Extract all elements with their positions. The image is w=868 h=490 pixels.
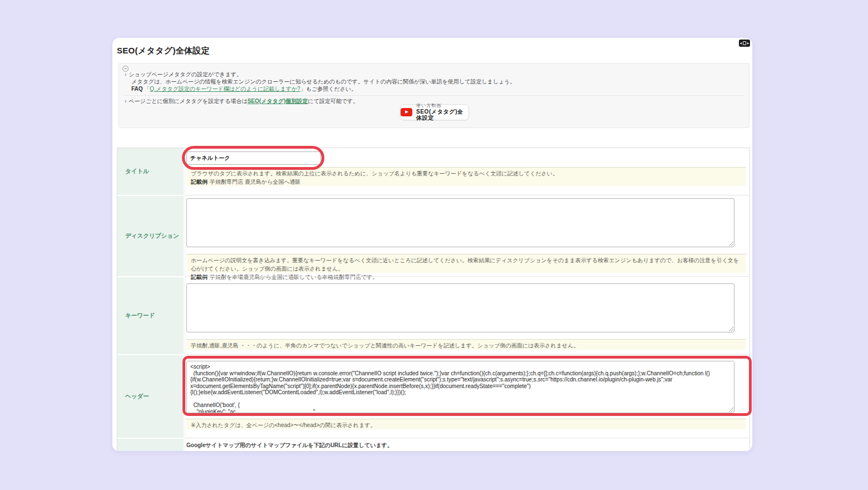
title-label-cell: タイトル — [117, 148, 185, 195]
keyword-textarea[interactable] — [186, 283, 734, 332]
info-bullet-2: ›ページごとに個別にメタタグを設定する場合はSEO(メタタグ)個別設定にて設定可… — [125, 97, 358, 105]
title-help-text: ブラウザのタブに表示されます。検索結果の上位に表示されるために、ショップ名よりも… — [191, 169, 741, 178]
table-row-header: ヘッダー <script> (function(){var w=window;i… — [117, 354, 749, 438]
info-line-2: メタタグは、ホームページの情報を検索エンジンのクローラーに知らせるためのものです… — [131, 78, 516, 85]
youtube-icon — [401, 108, 412, 116]
chevron-right-icon: › — [125, 71, 126, 77]
keyword-help-text: 芋焼酎,通販,鹿児島 ・・・のように、半角のカンマでつないでショップと関連性の高… — [191, 341, 741, 350]
header-label: ヘッダー — [125, 393, 149, 400]
description-label: ディスクリプション — [125, 232, 179, 240]
header-script-textarea[interactable]: <script> (function(){var w=window;if(w.C… — [186, 361, 734, 413]
table-row-sitemap: Googleサイトマップ用のサイトマップファイルを下記のURLに設置しています。 — [117, 438, 749, 451]
title-label: タイトル — [125, 168, 149, 175]
keyword-help: 芋焼酎,通販,鹿児島 ・・・のように、半角のカンマでつないでショップと関連性の高… — [186, 339, 746, 350]
description-label-cell: ディスクリプション — [117, 195, 185, 276]
window-square-icon — [743, 41, 746, 45]
faq-suffix: 」もご参照ください。 — [300, 86, 357, 92]
info-box: ›ショップページメタタグの設定ができます。 メタタグは、ホームページの情報を検索… — [119, 63, 749, 128]
sitemap-text: Googleサイトマップ用のサイトマップファイルを下記のURLに設置しています。 — [186, 440, 747, 449]
page-title: SEO(メタタグ)全体設定 — [117, 46, 210, 56]
header-label-cell: ヘッダー — [117, 354, 185, 438]
chevron-right-icon: › — [125, 98, 126, 104]
video-button-main-label: SEO(メタタグ)全体設定 — [416, 109, 468, 121]
info-divider — [124, 95, 744, 96]
keyword-label-cell: キーワード — [117, 276, 185, 354]
bullet2-suffix: にて設定可能です。 — [308, 98, 358, 104]
faq-label: FAQ — [131, 86, 143, 92]
table-row-description: ディスクリプション ホームページの説明文を書き込みます。重要なキーワードをなるべ… — [117, 195, 749, 276]
pip-badge-icon[interactable] — [739, 40, 750, 47]
info-bullet-1: ›ショップページメタタグの設定ができます。 — [125, 71, 242, 78]
individual-settings-link[interactable]: SEO(メタタグ)個別設定 — [248, 98, 308, 104]
arrow-right-icon — [747, 42, 749, 45]
settings-panel: SEO(メタタグ)全体設定 ›ショップページメタタグの設定ができます。 メタタグ… — [112, 38, 752, 451]
info-bullet-1-text: ショップページメタタグの設定ができます。 — [129, 71, 242, 77]
header-help-text: ※入力されたタグは、全ページの<head>〜</head>の間に表示されます。 — [191, 421, 741, 429]
example-label: 記載例 — [191, 179, 208, 185]
arrow-left-icon — [740, 42, 742, 45]
description-help-text: ホームページの説明文を書き込みます。重要なキーワードをなるべく文頭に近いところに… — [191, 256, 741, 273]
keyword-label: キーワード — [125, 312, 155, 320]
header-help: ※入力されたタグは、全ページの<head>〜</head>の間に表示されます。 — [186, 419, 746, 429]
description-textarea[interactable] — [186, 198, 734, 247]
title-input[interactable] — [186, 151, 321, 165]
faq-prefix: 「 — [144, 86, 150, 92]
seo-settings-table: タイトル ブラウザのタブに表示されます。検索結果の上位に表示されるために、ショッ… — [117, 148, 750, 451]
page-background: { "page": { "title": "SEO(メタタグ)全体設定", "b… — [0, 0, 868, 490]
info-faq-line: FAQ 「Q.メタタグ設定のキーワード欄はどのように記載しますか?」もご参照くだ… — [131, 85, 357, 92]
description-help: ホームページの説明文を書き込みます。重要なキーワードをなるべく文頭に近いところに… — [186, 254, 746, 273]
title-help: ブラウザのタブに表示されます。検索結果の上位に表示されるために、ショップ名よりも… — [186, 167, 746, 186]
faq-link[interactable]: Q.メタタグ設定のキーワード欄はどのように記載しますか? — [150, 86, 300, 92]
table-row-keyword: キーワード 芋焼酎,通販,鹿児島 ・・・のように、半角のカンマでつないでショップ… — [117, 276, 749, 354]
title-example: 芋焼酎専門店 鹿児島から全国へ通販 — [210, 179, 300, 185]
video-button-small-label: 使い方動画 — [416, 103, 468, 108]
sitemap-label-cell — [117, 438, 185, 451]
howto-video-button[interactable]: 使い方動画 SEO(メタタグ)全体設定 — [400, 104, 469, 120]
bullet2-prefix: ページごとに個別にメタタグを設定する場合は — [129, 98, 247, 104]
table-row-title: タイトル ブラウザのタブに表示されます。検索結果の上位に表示されるために、ショッ… — [117, 148, 749, 195]
